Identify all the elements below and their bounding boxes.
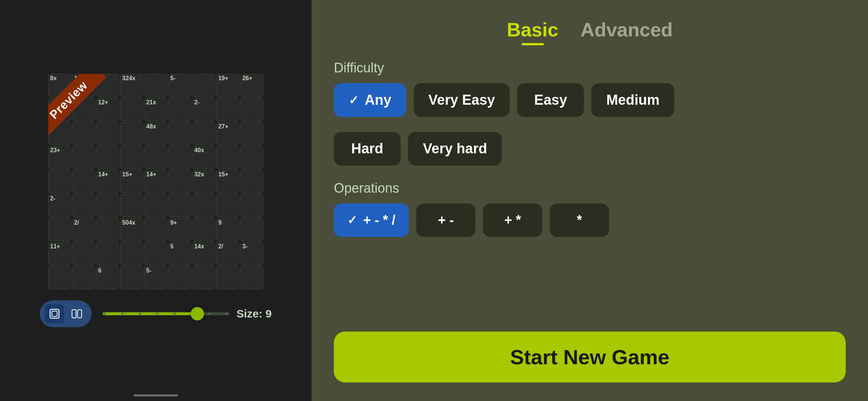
difficulty-button-easy[interactable]: Easy	[517, 83, 584, 117]
grid-cell[interactable]: 324x	[120, 74, 143, 97]
grid-cell[interactable]: 21x	[144, 98, 167, 121]
grid-cell[interactable]	[216, 146, 239, 169]
grid-cell[interactable]	[72, 170, 95, 193]
grid-cell[interactable]	[240, 98, 263, 121]
grid-cell[interactable]: 48x	[144, 122, 167, 145]
grid-cell[interactable]	[216, 266, 239, 289]
grid-cell[interactable]: 10x	[72, 74, 95, 97]
grid-cell[interactable]	[193, 74, 216, 97]
grid-cell[interactable]	[96, 218, 119, 241]
size-slider-track[interactable]	[103, 312, 229, 315]
grid-cell[interactable]	[96, 194, 119, 217]
grid-cell[interactable]	[72, 98, 95, 121]
grid-cell[interactable]	[120, 98, 143, 121]
grid-cell[interactable]	[96, 242, 119, 265]
grid-cell[interactable]	[120, 266, 143, 289]
grid-cell[interactable]: 5	[168, 242, 191, 265]
grid-cell[interactable]	[144, 218, 167, 241]
grid-cell[interactable]: 12+	[96, 98, 119, 121]
grid-cell[interactable]: 2/	[216, 242, 239, 265]
grid-cell[interactable]	[96, 74, 119, 97]
operation-button[interactable]: + -	[416, 203, 476, 237]
grid-cell[interactable]	[240, 218, 263, 241]
start-new-game-button[interactable]: Start New Game	[334, 332, 846, 382]
single-view-button[interactable]	[45, 304, 64, 323]
grid-cell[interactable]: 15+	[216, 170, 239, 193]
grid-cell[interactable]	[72, 122, 95, 145]
grid-cell[interactable]	[240, 266, 263, 289]
home-bar	[134, 394, 178, 397]
tab-basic[interactable]: Basic	[507, 19, 558, 45]
difficulty-button-hard[interactable]: Hard	[334, 132, 401, 166]
grid-cell[interactable]	[96, 122, 119, 145]
grid-cell[interactable]	[168, 122, 191, 145]
operation-button[interactable]: + *	[483, 203, 542, 237]
grid-cell[interactable]: 3-	[240, 242, 263, 265]
grid-cell[interactable]: 2-	[48, 194, 71, 217]
grid-cell[interactable]	[144, 194, 167, 217]
grid-cell[interactable]	[168, 98, 191, 121]
grid-cell[interactable]	[72, 242, 95, 265]
grid-cell[interactable]	[120, 194, 143, 217]
grid-cell[interactable]	[48, 122, 71, 145]
grid-cell[interactable]	[144, 242, 167, 265]
grid-cell[interactable]	[48, 98, 71, 121]
grid-cell[interactable]	[193, 122, 216, 145]
grid-cell[interactable]	[120, 242, 143, 265]
grid-cell[interactable]: 6	[96, 266, 119, 289]
grid-cell[interactable]: 14+	[96, 170, 119, 193]
grid-cell[interactable]	[48, 218, 71, 241]
grid-cell[interactable]	[96, 146, 119, 169]
grid-cell[interactable]: 504x	[120, 218, 143, 241]
grid-cell[interactable]	[168, 146, 191, 169]
grid-cell[interactable]	[240, 122, 263, 145]
grid-cell[interactable]: 23+	[48, 146, 71, 169]
grid-cell[interactable]	[72, 146, 95, 169]
grid-cell[interactable]: 2/	[72, 218, 95, 241]
grid-cell[interactable]: 19+	[216, 74, 239, 97]
grid-cell[interactable]: 32x	[193, 170, 216, 193]
grid-cell[interactable]	[216, 194, 239, 217]
grid-cell[interactable]	[193, 194, 216, 217]
operation-button[interactable]: *	[550, 203, 609, 237]
grid-cell[interactable]	[240, 194, 263, 217]
grid-cell[interactable]	[120, 146, 143, 169]
grid-cell[interactable]: 14+	[144, 170, 167, 193]
double-view-button[interactable]	[67, 304, 86, 323]
grid-cell[interactable]	[193, 266, 216, 289]
slider-thumb[interactable]	[191, 307, 204, 320]
difficulty-button-very-hard[interactable]: Very hard	[408, 132, 502, 166]
grid-cell[interactable]	[193, 218, 216, 241]
grid-cell[interactable]	[168, 170, 191, 193]
grid-cell[interactable]	[216, 98, 239, 121]
grid-cell[interactable]	[120, 122, 143, 145]
difficulty-button-medium[interactable]: Medium	[591, 83, 674, 117]
grid-cell[interactable]: 14x	[193, 242, 216, 265]
tab-advanced[interactable]: Advanced	[581, 19, 673, 45]
difficulty-button-any[interactable]: ✓Any	[334, 83, 406, 117]
grid-cell[interactable]: 9+	[168, 218, 191, 241]
grid-cell[interactable]	[168, 266, 191, 289]
grid-cell[interactable]: 15+	[120, 170, 143, 193]
grid-cell[interactable]: 5-	[144, 266, 167, 289]
grid-cell[interactable]	[144, 146, 167, 169]
grid-cell[interactable]: 40x	[193, 146, 216, 169]
grid-cell[interactable]: 8x	[48, 74, 71, 97]
grid-cell[interactable]	[240, 170, 263, 193]
grid-cell[interactable]	[72, 266, 95, 289]
grid-cell[interactable]	[48, 170, 71, 193]
grid-cell[interactable]: 26+	[240, 74, 263, 97]
grid-cell[interactable]	[240, 146, 263, 169]
grid-cell[interactable]: 11+	[48, 242, 71, 265]
grid-cell[interactable]	[48, 266, 71, 289]
grid-cell[interactable]	[72, 194, 95, 217]
grid-cell[interactable]: 5-	[168, 74, 191, 97]
difficulty-section: Difficulty ✓AnyVery EasyEasyMediumHardVe…	[334, 60, 846, 166]
grid-cell[interactable]: 27+	[216, 122, 239, 145]
grid-cell[interactable]	[168, 194, 191, 217]
grid-cell[interactable]	[144, 74, 167, 97]
grid-cell[interactable]: 2-	[193, 98, 216, 121]
operation-button[interactable]: ✓+ - * /	[334, 203, 409, 237]
grid-cell[interactable]: 9	[216, 218, 239, 241]
difficulty-button-very-easy[interactable]: Very Easy	[414, 83, 510, 117]
